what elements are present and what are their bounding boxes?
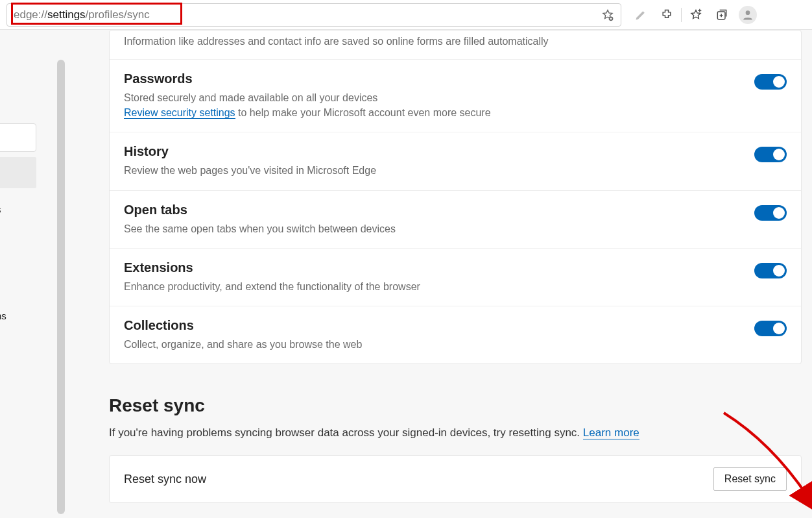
row-desc: Collect, organize, and share as you brow… (124, 337, 739, 352)
browser-toolbar: edge://settings/profiles/sync (0, 0, 812, 30)
row-desc: Enhance productivity, and extend the fun… (124, 279, 739, 294)
row-title: Extensions (124, 260, 739, 275)
toolbar-separator (681, 8, 682, 22)
sidebar-item-selected[interactable] (0, 157, 36, 188)
svg-point-2 (746, 10, 750, 15)
favorite-star-icon[interactable] (601, 8, 614, 21)
sidebar-text-frag: s (0, 204, 1, 215)
toolbar-icons (628, 2, 761, 28)
sidebar: s ns (0, 30, 65, 518)
row-title: Passwords (124, 71, 739, 86)
sync-row-history: History Review the web pages you've visi… (110, 132, 801, 190)
row-desc: See the same open tabs when you switch b… (124, 221, 739, 236)
toggle-collections[interactable] (754, 321, 787, 336)
sync-panel: Information like addresses and contact i… (109, 30, 802, 364)
row-title: History (124, 144, 739, 159)
review-security-link[interactable]: Review security settings (124, 107, 235, 119)
sync-row-addresses-partial: Information like addresses and contact i… (110, 31, 801, 59)
sync-row-collections: Collections Collect, organize, and share… (110, 306, 801, 364)
avatar-icon (739, 6, 757, 24)
address-bar[interactable]: edge://settings/profiles/sync (6, 3, 621, 27)
sidebar-text-frag: ns (0, 310, 6, 321)
toggle-extensions[interactable] (754, 263, 787, 278)
reset-sync-heading: Reset sync (109, 395, 802, 416)
toggle-open-tabs[interactable] (754, 205, 787, 221)
settings-content: Information like addresses and contact i… (65, 30, 812, 518)
sync-row-open-tabs: Open tabs See the same open tabs when yo… (110, 190, 801, 248)
toggle-passwords[interactable] (754, 74, 787, 90)
row-desc: Review the web pages you've visited in M… (124, 163, 739, 178)
pen-icon[interactable] (628, 2, 654, 28)
collections-icon[interactable] (709, 2, 735, 28)
learn-more-link[interactable]: Learn more (583, 426, 639, 439)
favorites-icon[interactable] (683, 2, 709, 28)
sync-row-passwords: Passwords Stored securely and made avail… (110, 59, 801, 132)
row-title: Collections (124, 318, 739, 333)
reset-sync-sub: If you're having problems syncing browse… (109, 426, 802, 439)
row-desc: Stored securely and made available on al… (124, 90, 739, 120)
url-text: edge://settings/profiles/sync (14, 8, 150, 21)
toggle-history[interactable] (754, 147, 787, 162)
reset-sync-panel: Reset sync now Reset sync (109, 455, 802, 503)
scrollbar[interactable] (57, 60, 65, 514)
profile-avatar[interactable] (735, 2, 761, 28)
row-title: Open tabs (124, 203, 739, 217)
reset-sync-button[interactable]: Reset sync (713, 467, 787, 491)
extensions-icon[interactable] (654, 2, 680, 28)
reset-sync-row-label: Reset sync now (124, 473, 206, 486)
sidebar-search-box[interactable] (0, 123, 36, 152)
sync-row-extensions: Extensions Enhance productivity, and ext… (110, 248, 801, 306)
